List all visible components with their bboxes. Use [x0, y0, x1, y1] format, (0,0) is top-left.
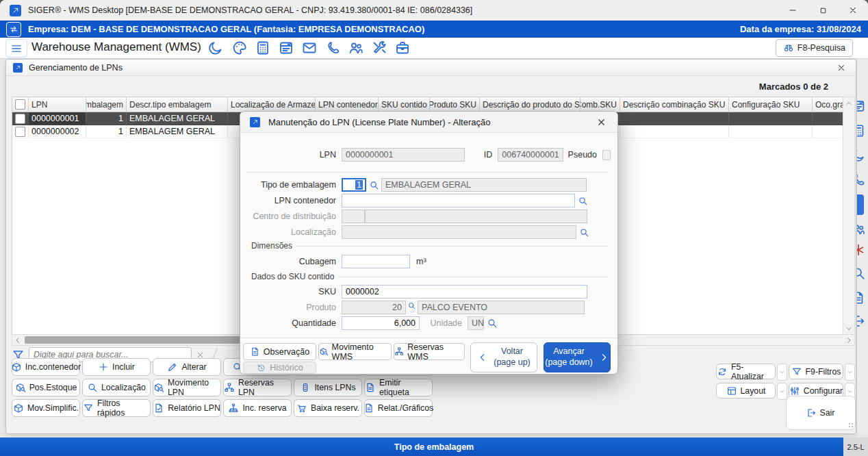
- row-checkbox[interactable]: [15, 127, 25, 137]
- col-header[interactable]: Descrição combinação SKU: [620, 97, 729, 112]
- search-icon[interactable]: [856, 266, 866, 281]
- search-icon[interactable]: [369, 180, 379, 190]
- col-header[interactable]: Produto SKU: [430, 97, 480, 112]
- pos-estoque-button[interactable]: Pos.Estoque: [12, 379, 80, 396]
- itens-lpns-button[interactable]: Itens LPNs: [294, 379, 362, 396]
- scroll-right-icon[interactable]: [845, 336, 853, 344]
- atualizar-dropdown-button[interactable]: [777, 364, 787, 381]
- cell-embalagem: 1: [86, 112, 127, 125]
- dialog-title: Manutenção do LPN (License Plate Number)…: [268, 117, 490, 127]
- col-header[interactable]: Descrição do produto do SKU: [480, 97, 580, 112]
- produto-search-icon[interactable]: [407, 301, 416, 314]
- siger-logo-icon: [13, 63, 23, 73]
- col-header[interactable]: Descr.tipo embalagem: [127, 97, 228, 112]
- tipo-embalagem-desc: EMBALAGEM GERAL: [381, 178, 587, 192]
- close-button[interactable]: [838, 0, 868, 21]
- movimento-wms-button[interactable]: Movimento WMS: [318, 343, 392, 360]
- mov-simplific-button[interactable]: Mov.Simplific.: [12, 399, 80, 417]
- sair-button[interactable]: Sair: [793, 404, 847, 422]
- window-title: SIGER® - WMS Desktop [DEM-BASE DE DEMONS…: [28, 5, 778, 15]
- quantidade-input[interactable]: [342, 316, 420, 330]
- relatorio-lpn-button[interactable]: Relatório LPN: [153, 399, 221, 417]
- resize-grip[interactable]: [848, 422, 854, 428]
- mail-icon[interactable]: [301, 40, 318, 56]
- notes-icon[interactable]: [278, 40, 294, 56]
- maximize-button[interactable]: [808, 0, 838, 21]
- calculator-icon[interactable]: [255, 40, 271, 56]
- close-icon[interactable]: [596, 117, 607, 127]
- phone-icon[interactable]: [324, 40, 341, 56]
- alterar-button[interactable]: Alterar: [153, 358, 221, 376]
- f8-pesquisa-button[interactable]: F8-Pesquisa: [776, 39, 853, 57]
- users-icon[interactable]: [856, 222, 866, 237]
- document-icon[interactable]: [856, 290, 866, 305]
- movimento-lpn-button[interactable]: Movimento LPN: [153, 379, 221, 396]
- f5-atualizar-button[interactable]: F5-Atualizar: [716, 364, 776, 379]
- emitir-etiqueta-button[interactable]: Emitir etiqueta: [364, 379, 433, 396]
- lpn-window-title: Gerenciamento de LPNs: [29, 63, 123, 73]
- produto-label: Produto: [240, 303, 342, 312]
- tools-icon[interactable]: [371, 40, 387, 56]
- grid-vertical-scrollbar[interactable]: [843, 97, 855, 335]
- layout-dropdown-button[interactable]: [777, 383, 787, 400]
- menu-button[interactable]: [5, 39, 27, 58]
- search-icon[interactable]: [578, 196, 588, 206]
- col-header[interactable]: LPN contenedor: [316, 97, 379, 112]
- id-label: ID: [465, 150, 498, 160]
- company-switch-icon[interactable]: [6, 22, 21, 37]
- centro-distribuicao-label: Centro de distribuição: [240, 212, 342, 221]
- search-icon[interactable]: [487, 318, 498, 329]
- baixa-reserv-button[interactable]: Baixa reserv.: [294, 399, 362, 417]
- divider: [246, 172, 608, 173]
- incluir-button[interactable]: Incluir: [82, 358, 151, 376]
- status-bar: Tipo de embalagem 2.5-L: [0, 438, 868, 456]
- minimize-button[interactable]: [778, 0, 808, 21]
- col-header[interactable]: Configuração SKU: [729, 97, 813, 112]
- search-icon[interactable]: [579, 227, 589, 238]
- produto-desc-field: PALCO EVENTO: [418, 301, 585, 314]
- col-header[interactable]: Comb.SKU: [580, 97, 620, 112]
- avancar-button[interactable]: Avançar(page down): [544, 342, 611, 372]
- col-header[interactable]: Localização de Armazenagem: [228, 97, 316, 112]
- reservas-lpn-button[interactable]: Reservas LPN: [223, 379, 292, 396]
- reservas-wms-button[interactable]: Reservas WMS: [394, 343, 465, 360]
- col-header[interactable]: LPN: [29, 97, 86, 112]
- inc-contenedor-button[interactable]: Inc.contenedor: [12, 358, 80, 376]
- notes-icon[interactable]: [856, 99, 866, 114]
- lpn-label: LPN: [240, 150, 342, 160]
- filtros-dropdown-button[interactable]: [845, 364, 855, 381]
- f9-filtros-button[interactable]: F9-Filtros: [789, 364, 843, 379]
- exit-icon[interactable]: [856, 314, 866, 329]
- docked-active-tab[interactable]: [856, 194, 864, 215]
- layout-button[interactable]: Layout: [716, 383, 776, 398]
- sku-input[interactable]: [342, 285, 587, 299]
- row-checkbox[interactable]: [15, 114, 25, 124]
- voltar-button[interactable]: Voltar(page up): [470, 342, 537, 372]
- scroll-down-icon[interactable]: [845, 325, 853, 333]
- scroll-up-icon[interactable]: [845, 99, 853, 107]
- col-header[interactable]: Embalagem: [86, 97, 127, 112]
- filtros-rapidos-button[interactable]: Filtros rápidos: [82, 399, 151, 417]
- inc-reserva-button[interactable]: Inc. reserva: [223, 399, 292, 417]
- select-all-checkbox[interactable]: [12, 97, 29, 112]
- cubagem-input[interactable]: [342, 255, 410, 268]
- scroll-left-icon[interactable]: [14, 336, 22, 344]
- briefcase-icon[interactable]: [394, 40, 411, 56]
- col-header[interactable]: Oco.grade S: [813, 97, 843, 112]
- palette-icon[interactable]: [231, 40, 248, 56]
- observacao-button[interactable]: Observação: [243, 343, 316, 360]
- users-icon[interactable]: [348, 40, 364, 56]
- calculator-icon[interactable]: [856, 123, 866, 138]
- moon-icon[interactable]: [207, 40, 224, 56]
- close-icon[interactable]: [837, 63, 846, 73]
- tipo-embalagem-input[interactable]: 1: [342, 178, 366, 192]
- phone-icon[interactable]: [856, 173, 866, 188]
- alert-icon[interactable]: [856, 242, 866, 257]
- col-header[interactable]: SKU contido: [379, 97, 430, 112]
- lpn-contenedor-input[interactable]: [342, 194, 575, 207]
- quantidade-label: Quantidade: [240, 318, 342, 328]
- chevron-left-icon: [477, 352, 488, 363]
- moon-icon[interactable]: [856, 148, 866, 163]
- relat-graficos-button[interactable]: Relat./Gráficos: [364, 399, 433, 417]
- localizacao-button[interactable]: Localização: [82, 379, 151, 396]
